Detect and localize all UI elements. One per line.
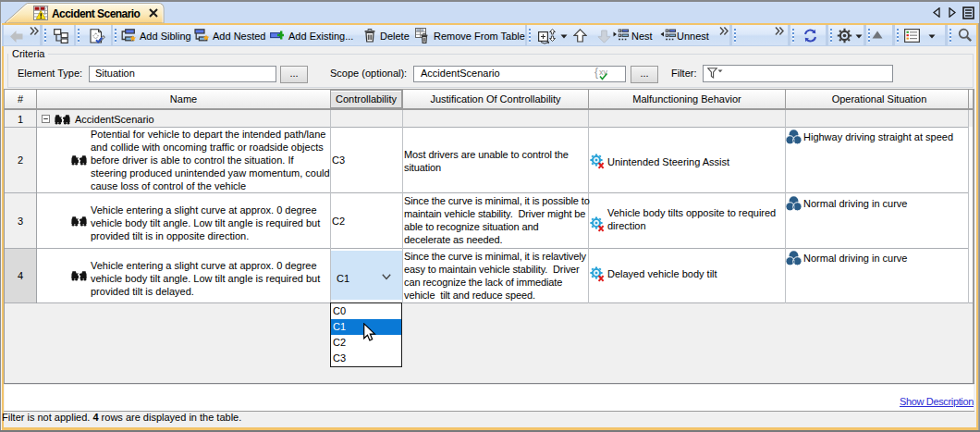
svg-text:{: {	[594, 66, 598, 79]
svg-text:xy: xy	[599, 68, 608, 77]
